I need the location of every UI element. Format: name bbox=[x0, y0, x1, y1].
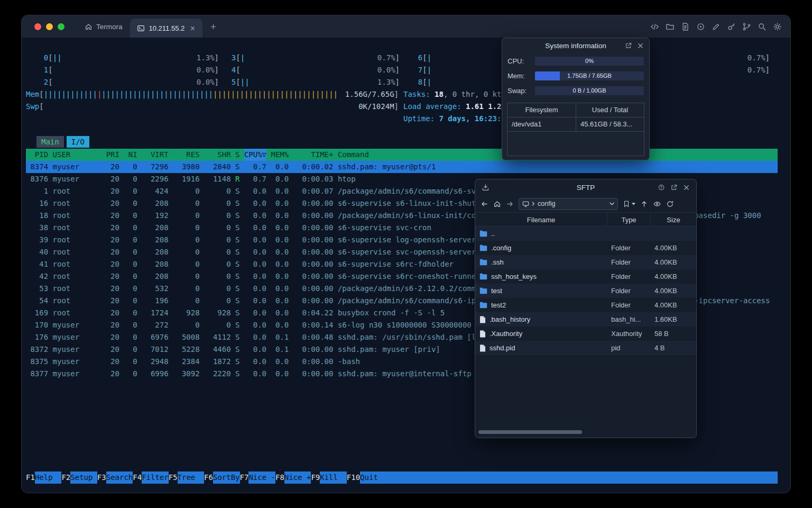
col-filename[interactable]: Filename bbox=[475, 213, 607, 226]
refresh-icon[interactable] bbox=[666, 200, 674, 208]
fkey-F4: F4 bbox=[133, 471, 142, 484]
help-icon[interactable] bbox=[658, 184, 665, 191]
cpu-meter-1: 1[0.0%] bbox=[35, 64, 219, 76]
fkey-action-Help[interactable]: Help bbox=[35, 471, 62, 484]
col-type[interactable]: Type bbox=[607, 213, 651, 226]
tab-main[interactable]: Main bbox=[36, 136, 64, 148]
settings-icon[interactable] bbox=[773, 22, 782, 31]
col-ni[interactable]: NI bbox=[124, 149, 137, 161]
sftp-row-.bash_history[interactable]: .bash_historybash_hi...1.60KB bbox=[475, 312, 696, 326]
horizontal-scrollbar-thumb[interactable] bbox=[478, 430, 582, 434]
sftp-row-.Xauthority[interactable]: .XauthorityXauthority58 B bbox=[475, 326, 696, 341]
close-icon[interactable] bbox=[683, 184, 690, 191]
col-pri[interactable]: PRI bbox=[106, 149, 119, 161]
cpu-label: CPU: bbox=[508, 57, 531, 65]
close-icon[interactable] bbox=[637, 42, 644, 49]
new-tab-button[interactable] bbox=[209, 23, 217, 31]
code-icon[interactable] bbox=[650, 22, 659, 31]
col-cpu-sorted[interactable]: CPU%▽ bbox=[244, 149, 266, 161]
tasks-count: 18 bbox=[435, 90, 444, 98]
fkey-action-Kill[interactable]: Kill bbox=[320, 471, 347, 484]
folder-icon bbox=[479, 244, 487, 251]
sftp-row-sshd.pid[interactable]: sshd.pidpid4 B bbox=[475, 341, 696, 355]
fkey-action-Tree[interactable]: Tree bbox=[178, 471, 205, 484]
fkey-action-Search[interactable]: Search bbox=[106, 471, 133, 484]
uptime-value: 7 days, 16:23:47 bbox=[439, 114, 510, 123]
sftp-row-test[interactable]: testFolder4.00KB bbox=[475, 284, 696, 298]
terminal-icon bbox=[137, 24, 145, 32]
col-state[interactable]: S bbox=[235, 149, 239, 161]
path-breadcrumb[interactable]: config bbox=[519, 198, 618, 210]
download-icon[interactable] bbox=[482, 184, 490, 192]
fkey-F10: F10 bbox=[347, 471, 360, 484]
edit-icon[interactable] bbox=[712, 22, 721, 31]
sftp-row-.ssh[interactable]: .sshFolder4.00KB bbox=[475, 255, 696, 269]
home-icon[interactable] bbox=[493, 200, 501, 208]
sysinfo-header: System information bbox=[502, 38, 649, 53]
file-icon bbox=[479, 316, 486, 323]
home-tab-label: Termora bbox=[96, 23, 123, 31]
col-size[interactable]: Size bbox=[651, 213, 696, 226]
maximize-window-button[interactable] bbox=[58, 23, 64, 30]
close-window-button[interactable] bbox=[34, 23, 41, 30]
bookmark-caret-down-icon[interactable] bbox=[632, 203, 635, 205]
col-virt[interactable]: VIRT bbox=[142, 149, 169, 161]
folder-icon bbox=[479, 287, 487, 294]
key-icon[interactable] bbox=[727, 22, 736, 31]
file-log-icon[interactable] bbox=[681, 22, 690, 31]
sftp-panel: SFTP config bbox=[475, 179, 697, 438]
computer-icon bbox=[522, 201, 529, 207]
open-external-icon[interactable] bbox=[670, 184, 678, 191]
minimize-window-button[interactable] bbox=[46, 23, 53, 30]
close-tab-icon[interactable] bbox=[190, 25, 196, 31]
folder-icon[interactable] bbox=[666, 22, 675, 31]
chevron-down-icon[interactable] bbox=[610, 202, 614, 205]
tab-home[interactable]: Termora bbox=[77, 15, 130, 38]
horizontal-scrollbar[interactable] bbox=[478, 430, 692, 434]
folder-icon bbox=[479, 259, 487, 266]
termora-window: Termora 10.211.55.2 0[||1.3%] bbox=[21, 15, 791, 493]
back-icon[interactable] bbox=[481, 200, 488, 208]
forward-icon[interactable] bbox=[506, 200, 514, 208]
sftp-row-.config[interactable]: .configFolder4.00KB bbox=[475, 241, 696, 255]
breadcrumb-path[interactable]: config bbox=[538, 200, 555, 207]
col-res[interactable]: RES bbox=[173, 149, 200, 161]
cpu-usage-bar: 0% bbox=[535, 57, 644, 66]
cpu-meter-0: 0[||1.3%] bbox=[35, 52, 219, 64]
sftp-row-..[interactable]: .. bbox=[475, 226, 696, 241]
show-hidden-eye-icon[interactable] bbox=[653, 200, 661, 208]
tasks-label: Tasks: bbox=[403, 90, 435, 98]
bookmark-icon[interactable] bbox=[623, 200, 630, 208]
cpu-meter-4: 4[0.0%] bbox=[223, 64, 400, 76]
swap-usage-row: Swap: 0 B / 1.00GB bbox=[508, 84, 644, 97]
terminal-screen[interactable]: 0[||1.3%]1[0.0%]2[0.0%]3[|0.7%]4[0.0%]5[… bbox=[22, 38, 790, 493]
process-row-8374[interactable]: 8374myuser200729639802840S0.70.00:00.02s… bbox=[26, 161, 778, 173]
fkey-action-Filter[interactable]: Filter bbox=[142, 471, 169, 484]
sftp-row-test2[interactable]: test2Folder4.00KB bbox=[475, 298, 696, 312]
col-pid[interactable]: PID bbox=[26, 149, 48, 161]
col-user[interactable]: USER bbox=[53, 149, 102, 161]
fkey-action-Quit[interactable]: Quit bbox=[360, 471, 387, 484]
upload-icon[interactable] bbox=[640, 200, 648, 208]
filesystem-name: /dev/vda1 bbox=[508, 117, 576, 131]
open-external-icon[interactable] bbox=[625, 42, 632, 49]
fkey-action-Nice-+[interactable]: Nice + bbox=[284, 471, 311, 484]
fkey-action-Setup[interactable]: Setup bbox=[70, 471, 97, 484]
search-icon[interactable] bbox=[758, 22, 767, 31]
git-branch-icon[interactable] bbox=[742, 22, 751, 31]
tab-ssh-session[interactable]: 10.211.55.2 bbox=[130, 19, 203, 38]
filesystem-row: /dev/vda1 45.61GB / 58.3... bbox=[508, 117, 644, 132]
col-mem[interactable]: MEM% bbox=[266, 149, 289, 161]
col-shr[interactable]: SHR bbox=[204, 149, 231, 161]
ssh-tab-label: 10.211.55.2 bbox=[149, 24, 185, 32]
fkey-action-Nice--[interactable]: Nice - bbox=[248, 471, 275, 484]
titlebar-toolbar bbox=[650, 22, 782, 31]
fkey-action-SortBy[interactable]: SortBy bbox=[213, 471, 240, 484]
record-icon[interactable] bbox=[696, 22, 705, 31]
fkey-F9: F9 bbox=[311, 471, 320, 484]
tab-io[interactable]: I/O bbox=[67, 136, 89, 148]
file-icon bbox=[479, 330, 486, 338]
sftp-row-ssh_host_keys[interactable]: ssh_host_keysFolder4.00KB bbox=[475, 269, 696, 284]
col-time[interactable]: TIME+ bbox=[289, 149, 333, 161]
sftp-toolbar: config bbox=[475, 195, 696, 212]
